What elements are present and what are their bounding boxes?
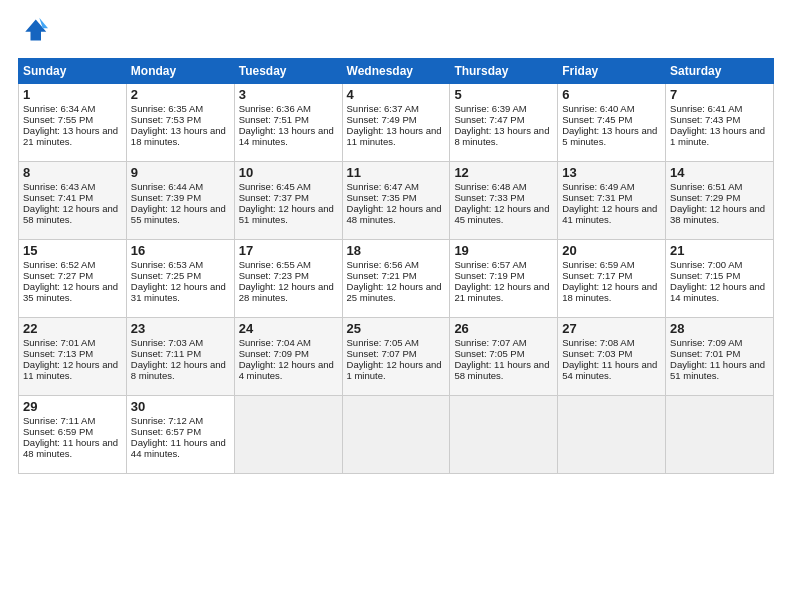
sunrise: Sunrise: 6:41 AM [670,103,742,114]
daylight: Daylight: 13 hours and 11 minutes. [347,125,442,147]
daylight: Daylight: 11 hours and 44 minutes. [131,437,226,459]
daylight: Daylight: 12 hours and 14 minutes. [670,281,765,303]
daylight: Daylight: 12 hours and 25 minutes. [347,281,442,303]
day-cell: 15Sunrise: 6:52 AMSunset: 7:27 PMDayligh… [19,240,127,318]
daylight: Daylight: 12 hours and 35 minutes. [23,281,118,303]
sunset: Sunset: 7:27 PM [23,270,93,281]
day-number: 10 [239,165,338,180]
day-cell: 3Sunrise: 6:36 AMSunset: 7:51 PMDaylight… [234,84,342,162]
daylight: Daylight: 12 hours and 4 minutes. [239,359,334,381]
sunrise: Sunrise: 7:04 AM [239,337,311,348]
daylight: Daylight: 12 hours and 38 minutes. [670,203,765,225]
sunset: Sunset: 7:31 PM [562,192,632,203]
sunrise: Sunrise: 6:35 AM [131,103,203,114]
week-row-2: 8Sunrise: 6:43 AMSunset: 7:41 PMDaylight… [19,162,774,240]
sunset: Sunset: 7:07 PM [347,348,417,359]
day-cell [558,396,666,474]
daylight: Daylight: 12 hours and 48 minutes. [347,203,442,225]
sunset: Sunset: 7:55 PM [23,114,93,125]
day-cell: 13Sunrise: 6:49 AMSunset: 7:31 PMDayligh… [558,162,666,240]
sunset: Sunset: 7:01 PM [670,348,740,359]
sunset: Sunset: 7:51 PM [239,114,309,125]
daylight: Daylight: 12 hours and 21 minutes. [454,281,549,303]
sunset: Sunset: 7:13 PM [23,348,93,359]
sunset: Sunset: 6:57 PM [131,426,201,437]
day-number: 25 [347,321,446,336]
sunset: Sunset: 7:19 PM [454,270,524,281]
day-number: 24 [239,321,338,336]
sunset: Sunset: 7:33 PM [454,192,524,203]
daylight: Daylight: 11 hours and 58 minutes. [454,359,549,381]
sunset: Sunset: 7:35 PM [347,192,417,203]
daylight: Daylight: 11 hours and 48 minutes. [23,437,118,459]
day-number: 9 [131,165,230,180]
day-number: 17 [239,243,338,258]
sunset: Sunset: 7:05 PM [454,348,524,359]
day-cell: 11Sunrise: 6:47 AMSunset: 7:35 PMDayligh… [342,162,450,240]
day-cell: 30Sunrise: 7:12 AMSunset: 6:57 PMDayligh… [126,396,234,474]
calendar-table: Sunday Monday Tuesday Wednesday Thursday… [18,58,774,474]
sunset: Sunset: 7:23 PM [239,270,309,281]
day-number: 11 [347,165,446,180]
daylight: Daylight: 13 hours and 18 minutes. [131,125,226,147]
daylight: Daylight: 12 hours and 11 minutes. [23,359,118,381]
daylight: Daylight: 12 hours and 28 minutes. [239,281,334,303]
day-cell: 25Sunrise: 7:05 AMSunset: 7:07 PMDayligh… [342,318,450,396]
sunrise: Sunrise: 6:37 AM [347,103,419,114]
sunrise: Sunrise: 6:34 AM [23,103,95,114]
day-cell: 29Sunrise: 7:11 AMSunset: 6:59 PMDayligh… [19,396,127,474]
day-cell: 24Sunrise: 7:04 AMSunset: 7:09 PMDayligh… [234,318,342,396]
day-cell: 27Sunrise: 7:08 AMSunset: 7:03 PMDayligh… [558,318,666,396]
daylight: Daylight: 12 hours and 51 minutes. [239,203,334,225]
day-number: 1 [23,87,122,102]
sunset: Sunset: 7:49 PM [347,114,417,125]
daylight: Daylight: 11 hours and 51 minutes. [670,359,765,381]
day-number: 12 [454,165,553,180]
logo-icon [20,16,48,44]
sunset: Sunset: 7:09 PM [239,348,309,359]
sunset: Sunset: 7:29 PM [670,192,740,203]
day-number: 26 [454,321,553,336]
sunrise: Sunrise: 7:03 AM [131,337,203,348]
day-number: 3 [239,87,338,102]
day-cell [666,396,774,474]
sunrise: Sunrise: 6:40 AM [562,103,634,114]
day-number: 8 [23,165,122,180]
sunset: Sunset: 6:59 PM [23,426,93,437]
sunset: Sunset: 7:41 PM [23,192,93,203]
day-cell: 6Sunrise: 6:40 AMSunset: 7:45 PMDaylight… [558,84,666,162]
sunrise: Sunrise: 7:01 AM [23,337,95,348]
weekday-header-row: Sunday Monday Tuesday Wednesday Thursday… [19,59,774,84]
daylight: Daylight: 13 hours and 21 minutes. [23,125,118,147]
daylight: Daylight: 12 hours and 31 minutes. [131,281,226,303]
sunset: Sunset: 7:15 PM [670,270,740,281]
sunrise: Sunrise: 6:47 AM [347,181,419,192]
sunrise: Sunrise: 6:48 AM [454,181,526,192]
day-number: 30 [131,399,230,414]
day-cell [450,396,558,474]
sunset: Sunset: 7:37 PM [239,192,309,203]
day-cell: 19Sunrise: 6:57 AMSunset: 7:19 PMDayligh… [450,240,558,318]
day-number: 14 [670,165,769,180]
sunset: Sunset: 7:53 PM [131,114,201,125]
daylight: Daylight: 12 hours and 18 minutes. [562,281,657,303]
day-cell: 28Sunrise: 7:09 AMSunset: 7:01 PMDayligh… [666,318,774,396]
day-number: 29 [23,399,122,414]
sunrise: Sunrise: 6:45 AM [239,181,311,192]
day-cell: 23Sunrise: 7:03 AMSunset: 7:11 PMDayligh… [126,318,234,396]
page: Sunday Monday Tuesday Wednesday Thursday… [0,0,792,484]
sunset: Sunset: 7:39 PM [131,192,201,203]
sunrise: Sunrise: 6:57 AM [454,259,526,270]
daylight: Daylight: 12 hours and 55 minutes. [131,203,226,225]
day-number: 22 [23,321,122,336]
day-cell: 18Sunrise: 6:56 AMSunset: 7:21 PMDayligh… [342,240,450,318]
sunset: Sunset: 7:17 PM [562,270,632,281]
sunrise: Sunrise: 6:49 AM [562,181,634,192]
day-number: 16 [131,243,230,258]
day-cell: 26Sunrise: 7:07 AMSunset: 7:05 PMDayligh… [450,318,558,396]
day-cell: 12Sunrise: 6:48 AMSunset: 7:33 PMDayligh… [450,162,558,240]
daylight: Daylight: 13 hours and 1 minute. [670,125,765,147]
sunrise: Sunrise: 6:44 AM [131,181,203,192]
day-number: 18 [347,243,446,258]
day-number: 28 [670,321,769,336]
